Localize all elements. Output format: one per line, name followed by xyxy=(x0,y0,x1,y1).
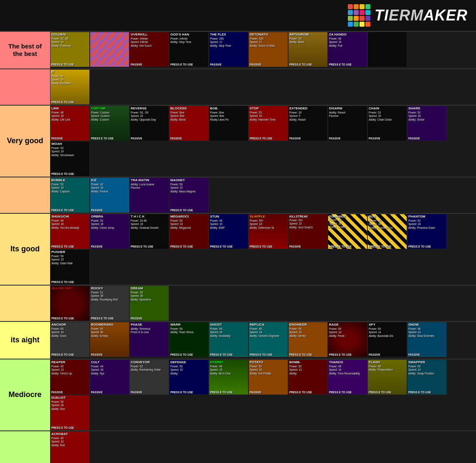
list-item: FLASH Power: 48Ability: Teleportation PR… xyxy=(367,359,407,395)
logo-cell xyxy=(360,10,365,15)
list-item: MAGNET Power: 50Speed: 15Ability: Mass M… xyxy=(169,177,209,213)
list-item: KILLSTREAK Power: 55+Speed: 15Ability: S… xyxy=(288,214,328,249)
list-item: ANCHOR Power: 60Speed: 16Ability: Dock P… xyxy=(50,322,90,357)
tier-row-d: Mediocre REAPER Power: 45Speed: 13Abilit… xyxy=(0,359,476,431)
list-item: THE FLEX Power: 250Speed: 17Ability: Sto… xyxy=(209,32,248,67)
list-item: EXTENDED Power: 20Speed: 5Ability: Reach… xyxy=(288,106,328,141)
list-item: T H I C K Power: 20-60Speed: 16Ability: … xyxy=(129,214,169,249)
list-item: THANOS Power: 49Speed: 14Ability: Time R… xyxy=(328,359,367,395)
list-item: DUELIST Power: 50Speed: 16Ability: Noo P… xyxy=(50,395,90,430)
list-item: REAPER Power: 45Speed: 13Ability: Time's… xyxy=(50,359,90,395)
list-item: DETONATO Power: 100Speed: 17Ability: Tou… xyxy=(248,32,288,67)
list-item: DREAM Power: 35Speed: 30Ability: Speedru… xyxy=(129,286,169,321)
tier-label-a: Very good xyxy=(0,106,50,177)
tier-items-c: ANCHOR Power: 60Speed: 16Ability: Dock P… xyxy=(50,322,476,359)
logo-cell xyxy=(360,22,365,27)
tier-label-d: Mediocre xyxy=(0,359,50,430)
list-item: POTATO Power: 50Speed: 16Ability: Hot Po… xyxy=(248,359,288,395)
tier-items-s2: IT Power: 50Speed: 16Ability: Aurstrike … xyxy=(50,69,476,105)
logo-cell xyxy=(354,10,359,15)
list-item: REVERSE Power: 50, -50Speed: 16Ability: … xyxy=(129,106,169,141)
logo-cell xyxy=(365,22,370,27)
logo-grid xyxy=(348,4,370,27)
list-item: CHAIN Power: 52Speed: 16Ability: Chain D… xyxy=(367,106,407,141)
list-item: IT Power: 50Speed: 16Ability: Aurstrike … xyxy=(50,69,90,105)
tier-label-s2 xyxy=(0,69,50,105)
tier-label-b: Its good xyxy=(0,214,50,285)
logo-cell xyxy=(354,4,359,9)
list-item: bob. Power: BoeSpeed: BoeReally Likes Po xyxy=(209,106,248,141)
tier-items-d: REAPER Power: 45Speed: 13Ability: Time's… xyxy=(50,359,476,430)
tier-label-s: The best ofthe best xyxy=(0,32,50,68)
list-item: BOOMERANG Power: 50Speed: 60Ability: Sch… xyxy=(90,322,129,357)
tier-row-b2: ALLOW-JAC PRESS E TO USE ROCKY Power: 51… xyxy=(0,286,476,322)
list-item: SPY Power: 50Speed: 14Ability: Backstab … xyxy=(367,322,407,357)
list-item: ZA HANDO Power: 49Speed: 15Ability: Pull… xyxy=(328,32,367,67)
tier-label-a2 xyxy=(0,177,50,213)
tier-items-b: SHUKUCHI Power: 48Speed: 16Ability: You … xyxy=(50,214,476,285)
logo-cell xyxy=(348,16,353,21)
list-item: STOP Power: 52Speed: 16Ability: Hammer T… xyxy=(248,106,288,141)
list-item xyxy=(90,32,129,67)
logo-cell xyxy=(360,4,365,9)
list-item: DOMINANCE Power: 50Speed: 16Ability: Gra… xyxy=(328,214,367,249)
tier-row-d2: ACROBAT Power: 40Speed: 10Ability: Roll … xyxy=(0,431,476,463)
tier-row-a: Very good LINK Power: 48Speed: 16Ability… xyxy=(0,106,476,177)
list-item: STUN Power: 49Speed: 15Ability: EMP PRES… xyxy=(209,214,248,249)
list-item: BOMB- Power: 50Speed: 13Ability: PRESS E… xyxy=(288,359,328,395)
list-item: WOAH Power: 52Speed: 16Ability: Shockwav… xyxy=(50,141,90,177)
list-item xyxy=(367,32,407,67)
page-wrapper: TiERMAKER The best ofthe best GOLDEN Pow… xyxy=(0,0,476,463)
list-item: BUBBLE Power: 50Speed: 15Ability: Captur… xyxy=(50,177,90,213)
list-item: GOD'S HAN Power: InfiniteAbility: Stop T… xyxy=(169,32,209,67)
list-item: SHUKUCHI Power: 48Speed: 16Ability: You … xyxy=(50,214,90,249)
list-item: PHASE Ability: TerminusPress E to Use xyxy=(129,322,169,357)
logo-cell xyxy=(365,4,370,9)
list-item: ORBRA Power: 52Speed: 16Ability: Clone J… xyxy=(90,214,129,249)
list-item: ROCKY Power: 51Speed: 36Ability: Rockify… xyxy=(90,286,129,321)
list-item: CONVEYOR Power: 52Ability: Restraining O… xyxy=(129,359,169,395)
tier-items-d2: ACROBAT Power: 40Speed: 10Ability: Roll … xyxy=(50,431,476,463)
list-item: ALLOW-JAC PRESS E TO USE xyxy=(50,286,90,321)
list-item: GOLDEN Power: 52, 68Speed: 16Ability: Po… xyxy=(50,32,90,67)
list-item: RAGE Power: 50Speed: 14Ability: Freck PR… xyxy=(328,322,367,357)
list-item: WARR Power: 50Ability: Team Minus PRESS … xyxy=(169,322,209,357)
logo-cell xyxy=(360,16,365,21)
list-item: ICE Power: 42Speed: 16Ability: Freeze PA… xyxy=(90,177,129,213)
list-item: SLAPPLE Power: 55+Speed: 16Ability: Defe… xyxy=(248,214,288,249)
list-item: BUS Power: 50Speed: 16Ability: Phantom D… xyxy=(367,214,407,249)
list-item: ENGINEER Power: 50Speed: 16Ability: Sent… xyxy=(288,322,328,357)
list-item: SHARD Power: 52Speed: 16Ability: Shard P… xyxy=(407,106,447,141)
header: TiERMAKER xyxy=(0,0,476,32)
tier-label-c: its aight xyxy=(0,322,50,359)
list-item: OVERKILL Power: InfiniteSpeed: InfiniteA… xyxy=(129,32,169,67)
tier-label-d2 xyxy=(0,431,50,463)
tier-row-s2: IT Power: 50Speed: 16Ability: Aurstrike … xyxy=(0,69,476,106)
logo-text: TiERMAKER xyxy=(375,7,468,24)
list-item: BLOCKED Power: BoeSpeed: BoeAbility: Blo… xyxy=(169,106,209,141)
list-item: REPLICA Power: 46Speed: 14Ability: Genet… xyxy=(248,322,288,357)
tier-row-b: Its good SHUKUCHI Power: 48Speed: 16Abil… xyxy=(0,214,476,286)
list-item: PHANTOM Power: 52Speed: 16Ability: Phant… xyxy=(407,214,447,249)
list-item: LINK Power: 48Speed: 16Ability: Life Lin… xyxy=(50,106,90,141)
tier-items-b2: ALLOW-JAC PRESS E TO USE ROCKY Power: 51… xyxy=(50,286,476,321)
list-item: DISARM Ability: ReachPassive PASSIVE xyxy=(328,106,367,141)
list-item: GHOST Power: 44Speed: 16Ability: Invisib… xyxy=(209,322,248,357)
tier-label-b2 xyxy=(0,286,50,321)
logo-cell xyxy=(348,10,353,15)
logo-cell xyxy=(354,16,359,21)
tier-row-s: The best ofthe best GOLDEN Power: 52, 68… xyxy=(0,32,476,69)
tier-items-a: LINK Power: 48Speed: 16Ability: Life Lin… xyxy=(50,106,476,177)
tier-items-a2: BUBBLE Power: 50Speed: 15Ability: Captur… xyxy=(50,177,476,213)
logo-cell xyxy=(354,22,359,27)
tier-row-c: its aight ANCHOR Power: 60Speed: 16Abili… xyxy=(0,322,476,359)
list-item: HYBRID Power: 48Speed: 15Ability: All-in… xyxy=(209,359,248,395)
logo-cell xyxy=(348,4,353,9)
list-item: PUSHER Power: 50Speed: 15Ability: Giant … xyxy=(50,249,90,285)
list-item: CULT Power: 44Speed: 16Ability: Sys PASS… xyxy=(90,359,129,395)
list-item: SNOW Power: 48Speed: 14Ability: Slow Ene… xyxy=(407,322,447,357)
list-item: ARTHUROM Power: 55Ability: Blast PRESS E… xyxy=(288,32,328,67)
tier-row-a2: BUBBLE Power: 50Speed: 15Ability: Captur… xyxy=(0,177,476,214)
logo-cell xyxy=(365,10,370,15)
logo-cell xyxy=(365,16,370,21)
